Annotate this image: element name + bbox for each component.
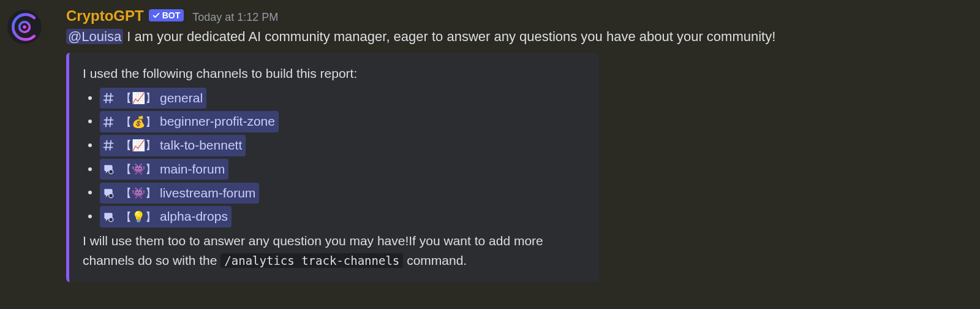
channel-pill[interactable]: 【👾】livestream-forum	[100, 183, 259, 204]
hash-icon	[102, 116, 115, 128]
channel-list-item: 【📈】general	[100, 88, 587, 109]
forum-icon	[102, 211, 115, 223]
channel-list: 【📈】general【💰】beginner-profit-zone【📈】talk…	[83, 88, 587, 227]
channel-list-item: 【📈】talk-to-bennett	[100, 135, 587, 156]
channel-name: 【📈】general	[121, 88, 203, 109]
message: CryptoGPT BOT Today at 1:12 PM @Louisa I…	[0, 0, 980, 282]
timestamp: Today at 1:12 PM	[192, 10, 278, 25]
channel-pill[interactable]: 【📈】general	[100, 88, 206, 109]
command-code: /analytics track-channels	[221, 253, 403, 268]
embed-outro-after: command.	[403, 253, 467, 267]
bot-badge-label: BOT	[162, 10, 181, 21]
channel-pill[interactable]: 【📈】talk-to-bennett	[100, 135, 246, 156]
username[interactable]: CryptoGPT	[66, 6, 144, 25]
message-body: @Louisa I am your dedicated AI community…	[66, 28, 970, 47]
channel-pill[interactable]: 【👾】main-forum	[100, 159, 228, 180]
verified-check-icon	[151, 10, 161, 20]
embed-intro: I used the following channels to build t…	[83, 64, 587, 84]
avatar-column	[10, 6, 54, 282]
channel-name: 【📈】talk-to-bennett	[121, 135, 242, 156]
svg-point-5	[110, 194, 113, 197]
avatar-logo-icon	[9, 11, 40, 43]
channel-name-text: main-forum	[160, 159, 225, 180]
forum-icon	[102, 187, 115, 199]
channel-emoji: 【📈】	[121, 93, 156, 104]
channel-name: 【💰】beginner-profit-zone	[121, 112, 275, 132]
embed: I used the following channels to build t…	[66, 53, 599, 282]
channel-list-item: 【👾】main-forum	[100, 159, 587, 180]
channel-emoji: 【👾】	[121, 164, 156, 175]
embed-outro: I will use them too to answer any questi…	[83, 231, 587, 271]
avatar[interactable]	[7, 10, 42, 44]
channel-emoji: 【📈】	[121, 140, 156, 151]
channel-name: 【👾】main-forum	[121, 159, 225, 180]
message-header: CryptoGPT BOT Today at 1:12 PM	[66, 6, 970, 25]
channel-name: 【💡】alpha-drops	[121, 207, 228, 227]
hash-icon	[102, 139, 115, 151]
bot-badge: BOT	[149, 9, 184, 21]
channel-emoji: 【💡】	[121, 212, 156, 223]
svg-point-3	[110, 170, 113, 174]
channel-name-text: alpha-drops	[160, 207, 228, 227]
channel-pill[interactable]: 【💡】alpha-drops	[100, 206, 232, 227]
hash-icon	[102, 92, 115, 104]
svg-point-7	[110, 218, 113, 221]
channel-list-item: 【💡】alpha-drops	[100, 206, 587, 227]
channel-name-text: livestream-forum	[160, 183, 255, 204]
channel-name-text: beginner-profit-zone	[160, 112, 275, 132]
channel-name-text: general	[160, 88, 203, 109]
message-body-text: I am your dedicated AI community manager…	[123, 29, 775, 44]
message-content: CryptoGPT BOT Today at 1:12 PM @Louisa I…	[54, 6, 970, 282]
svg-point-1	[23, 25, 26, 29]
mention[interactable]: @Louisa	[66, 29, 123, 44]
channel-list-item: 【👾】livestream-forum	[100, 182, 587, 204]
channel-name-text: talk-to-bennett	[160, 135, 242, 156]
channel-name: 【👾】livestream-forum	[121, 183, 255, 204]
channel-emoji: 【💰】	[121, 116, 156, 128]
channel-pill[interactable]: 【💰】beginner-profit-zone	[100, 111, 279, 132]
channel-emoji: 【👾】	[121, 188, 156, 199]
forum-icon	[102, 163, 115, 175]
channel-list-item: 【💰】beginner-profit-zone	[100, 111, 587, 132]
